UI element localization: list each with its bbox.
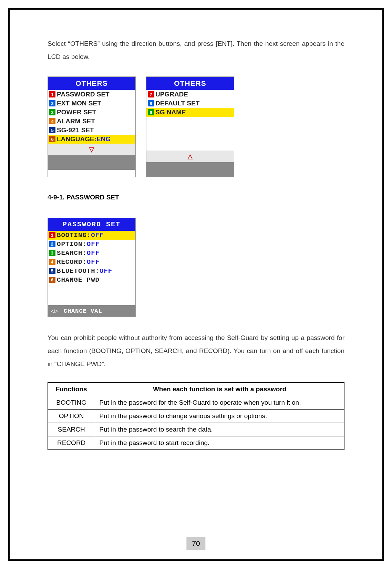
lcd3-item-5-label: BLUETOOTH: <box>57 267 100 275</box>
lcd3-item-2: 2 OPTION: OFF <box>48 240 135 249</box>
lcd1-item-6: 6 LANGUAGE: ENG <box>48 135 135 144</box>
table-cell-desc: Put in the password for the Self-Guard t… <box>95 396 344 410</box>
lcd3-item-6-num: 6 <box>49 277 55 283</box>
table-row: RECORD Put in the password to start reco… <box>48 436 344 450</box>
lcd3-item-4-num: 4 <box>49 259 55 265</box>
lcd2-item-3-num: 9 <box>148 109 154 115</box>
lcd2-item-2-num: 8 <box>148 100 154 106</box>
lcd3-item-3-val: OFF <box>87 249 100 257</box>
table-header-row: Functions When each function is set with… <box>48 383 344 396</box>
lcd2-item-3-label: SG NAME <box>155 108 186 116</box>
lcd2-arrow-area: △ <box>146 151 234 162</box>
section-title: 4-9-1. PASSWORD SET <box>48 194 344 201</box>
table-row: SEARCH Put in the password to search the… <box>48 423 344 436</box>
table-cell-func: RECORD <box>48 436 95 450</box>
lcd1-item-4: 4 ALARM SET <box>48 117 135 126</box>
page-number: 70 <box>186 537 205 550</box>
lcd3-item-5: 5 BLUETOOTH: OFF <box>48 267 135 276</box>
lcd3-item-4-label: RECORD: <box>57 258 87 266</box>
lcd1-item-2: 2 EXT MON SET <box>48 99 135 108</box>
lcd2-item-1-label: UPGRADE <box>155 91 188 98</box>
lcd3-footer-label: CHANGE VAL <box>64 308 102 314</box>
lcd1-item-3: 3 POWER SET <box>48 108 135 117</box>
table-cell-func: SEARCH <box>48 423 95 436</box>
lcd3-item-3-label: SEARCH: <box>57 249 87 257</box>
left-right-arrow-icon: ◁▷ <box>51 307 58 314</box>
table-cell-func: OPTION <box>48 410 95 423</box>
functions-table: Functions When each function is set with… <box>48 382 344 450</box>
lcd3-item-3: 3 SEARCH: OFF <box>48 249 135 258</box>
table-cell-desc: Put in the password to change various se… <box>95 410 344 423</box>
intro-paragraph: Select “OTHERS” using the direction butt… <box>48 37 344 63</box>
lcd3-item-4-val: OFF <box>87 258 100 266</box>
table-cell-func: BOOTING <box>48 396 95 410</box>
down-arrow-icon: ▽ <box>89 146 94 153</box>
lcd2-item-1-num: 7 <box>148 91 154 97</box>
lcd1-item-6-val: ENG <box>96 135 111 143</box>
lcd3-footer: ◁▷ CHANGE VAL <box>48 305 135 317</box>
lcd3-item-5-num: 5 <box>49 268 55 274</box>
lcd3-item-2-label: OPTION: <box>57 240 87 248</box>
lcd1-arrow-area: ▽ <box>48 144 135 155</box>
table-row: OPTION Put in the password to change var… <box>48 410 344 423</box>
lcd3-item-5-val: OFF <box>100 267 112 275</box>
lcd3-item-1-label: BOOTING: <box>57 231 91 239</box>
lcd1-item-5: 5 SG-921 SET <box>48 126 135 135</box>
table-row: BOOTING Put in the password for the Self… <box>48 396 344 410</box>
lcd-others-1: OTHERS 1 PASSWORD SET 2 EXT MON SET 3 PO… <box>48 76 136 177</box>
lcd2-title: OTHERS <box>146 77 234 90</box>
lcd3-item-4: 4 RECORD: OFF <box>48 258 135 267</box>
lcd2-item-2: 8 DEFAULT SET <box>146 99 234 108</box>
lcd3-title: PASSWORD SET <box>48 218 135 231</box>
lcd3-item-6-label: CHANGE PWD <box>57 276 100 284</box>
lcd-password-set: PASSWORD SET 1 BOOTING: OFF 2 OPTION: OF… <box>48 218 136 317</box>
lcd1-item-6-num: 6 <box>49 136 55 142</box>
page-border: Select “OTHERS” using the direction butt… <box>8 8 384 561</box>
lcd2-footer <box>146 162 234 177</box>
lcd1-item-3-label: POWER SET <box>57 108 96 116</box>
lcd3-item-2-num: 2 <box>49 241 55 247</box>
lcd-screens-row: OTHERS 1 PASSWORD SET 2 EXT MON SET 3 PO… <box>48 76 344 177</box>
lcd1-item-4-num: 4 <box>49 118 55 124</box>
lcd3-item-3-num: 3 <box>49 250 55 256</box>
table-cell-desc: Put in the password to start recording. <box>95 436 344 450</box>
lcd3-item-6: 6 CHANGE PWD <box>48 276 135 284</box>
lcd1-title: OTHERS <box>48 77 135 90</box>
lcd3-spacer <box>48 284 135 305</box>
lcd1-item-1: 1 PASSWORD SET <box>48 90 135 99</box>
lcd3-item-1-val: OFF <box>91 231 104 239</box>
lcd1-item-1-label: PASSWORD SET <box>57 91 110 98</box>
lcd1-item-1-num: 1 <box>49 91 55 97</box>
lcd3-item-1: 1 BOOTING: OFF <box>48 231 135 240</box>
lcd2-item-2-label: DEFAULT SET <box>155 100 199 107</box>
lcd2-spacer <box>146 117 234 151</box>
lcd1-item-2-num: 2 <box>49 100 55 106</box>
table-head-functions: Functions <box>48 383 95 396</box>
lcd1-item-4-label: ALARM SET <box>57 117 95 125</box>
lcd1-item-3-num: 3 <box>49 109 55 115</box>
lcd1-item-5-label: SG-921 SET <box>57 126 94 134</box>
lcd1-item-6-label: LANGUAGE: <box>57 135 96 143</box>
lcd2-item-1: 7 UPGRADE <box>146 90 234 99</box>
up-arrow-icon: △ <box>188 153 193 160</box>
lcd1-footer <box>48 155 135 170</box>
lcd1-item-2-label: EXT MON SET <box>57 100 101 107</box>
table-head-desc: When each function is set with a passwor… <box>95 383 344 396</box>
lcd3-item-2-val: OFF <box>87 240 100 248</box>
table-cell-desc: Put in the password to search the data. <box>95 423 344 436</box>
lcd1-item-5-num: 5 <box>49 127 55 133</box>
lcd3-item-1-num: 1 <box>49 232 55 238</box>
description-paragraph: You can prohibit people without authorit… <box>48 331 344 371</box>
lcd-others-2: OTHERS 7 UPGRADE 8 DEFAULT SET 9 SG NAME… <box>146 76 234 177</box>
lcd2-item-3: 9 SG NAME <box>146 108 234 117</box>
